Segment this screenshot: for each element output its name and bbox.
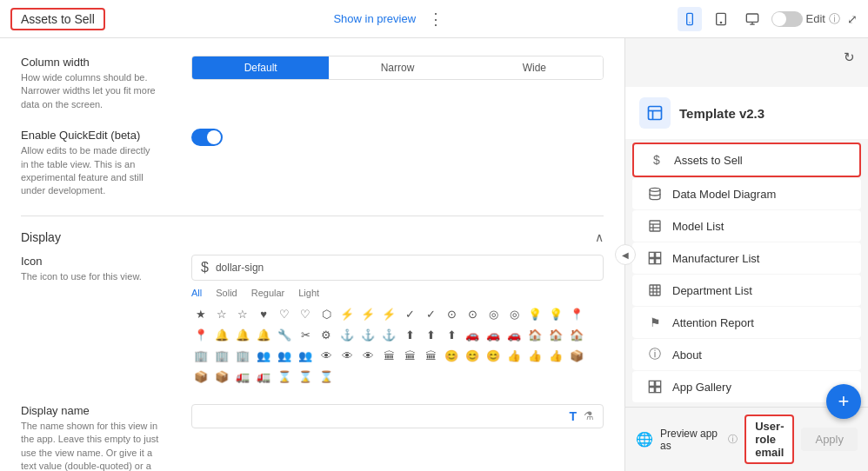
display-name-input[interactable]: [201, 410, 562, 422]
icon-cell[interactable]: ⚓: [337, 326, 357, 345]
sidebar-item-manufacturer[interactable]: Manufacturer List: [632, 242, 861, 274]
icon-cell[interactable]: 🏢: [212, 347, 231, 366]
icon-cell[interactable]: 📍: [191, 326, 210, 345]
preview-email-field[interactable]: User-role email: [744, 415, 794, 464]
col-default-button[interactable]: Default: [192, 56, 329, 79]
column-width-group: Default Narrow Wide: [191, 56, 604, 80]
icon-cell[interactable]: ◎: [504, 305, 524, 324]
icon-cell[interactable]: 👥: [254, 347, 273, 366]
icon-input-wrapper[interactable]: $ dollar-sign: [191, 255, 604, 281]
sidebar-item-data-model[interactable]: Data Model Diagram: [632, 178, 861, 209]
desktop-device-button[interactable]: [740, 7, 765, 31]
more-options-button[interactable]: ⋮: [423, 8, 449, 30]
icon-cell[interactable]: 😊: [484, 347, 503, 366]
quick-edit-toggle[interactable]: [191, 129, 223, 146]
icon-cell[interactable]: 👥: [296, 347, 315, 366]
view-title[interactable]: Assets to Sell: [10, 8, 105, 30]
icon-cell[interactable]: 👁: [317, 347, 336, 366]
sidebar-item-department[interactable]: Department List: [632, 275, 861, 306]
icon-cell[interactable]: 🔔: [254, 326, 273, 345]
icon-cell[interactable]: ⌛: [296, 368, 315, 387]
icon-cell[interactable]: ☆: [212, 305, 231, 324]
icon-cell[interactable]: 🏛: [379, 347, 398, 366]
icon-cell[interactable]: ⚓: [379, 326, 398, 345]
add-fab-button[interactable]: +: [826, 384, 861, 419]
tablet-device-button[interactable]: [709, 7, 733, 31]
icon-cell[interactable]: ♥: [254, 305, 273, 324]
refresh-icon[interactable]: ↻: [837, 45, 861, 70]
sidebar-item-model-list[interactable]: Model List: [632, 210, 861, 242]
formula-icon[interactable]: ⚗: [584, 409, 594, 422]
icon-cell[interactable]: ★: [191, 305, 210, 324]
icon-cell[interactable]: ⬆: [421, 326, 440, 345]
icon-cell[interactable]: ⚓: [358, 326, 377, 345]
sidebar-item-attention[interactable]: ⚑ Attention Report: [632, 307, 861, 338]
sidebar-item-about[interactable]: ⓘ About: [632, 339, 861, 370]
icon-cell[interactable]: ⌛: [317, 368, 336, 387]
icon-cell[interactable]: ♡: [296, 305, 315, 324]
icon-cell[interactable]: 👍: [525, 347, 544, 366]
open-in-new-icon[interactable]: ⤢: [847, 12, 858, 26]
icon-cell[interactable]: ◎: [484, 305, 503, 324]
icon-cell[interactable]: 📍: [567, 305, 586, 324]
icon-cell[interactable]: ⊙: [463, 305, 482, 324]
display-name-input-row[interactable]: T ⚗: [191, 404, 604, 428]
icon-cell[interactable]: 🚛: [233, 368, 252, 387]
filter-light[interactable]: Light: [298, 288, 319, 298]
apply-button[interactable]: Apply: [801, 428, 858, 451]
icon-cell[interactable]: 🔔: [233, 326, 252, 345]
display-chevron-icon[interactable]: ∧: [595, 230, 604, 244]
icon-cell[interactable]: 😊: [442, 347, 461, 366]
icon-cell[interactable]: 😊: [463, 347, 482, 366]
icon-cell[interactable]: 🚗: [504, 326, 524, 345]
icon-cell[interactable]: 👁: [358, 347, 377, 366]
icon-cell[interactable]: 🏠: [525, 326, 544, 345]
filter-solid[interactable]: Solid: [216, 288, 237, 298]
panel-expand-arrow[interactable]: ◀: [615, 244, 636, 265]
icon-cell[interactable]: ✂: [296, 326, 315, 345]
filter-all[interactable]: All: [191, 288, 202, 298]
display-name-setting: Display name The name shown for this vie…: [21, 404, 604, 471]
icon-cell[interactable]: ♡: [275, 305, 294, 324]
icon-cell[interactable]: 🔧: [275, 326, 294, 345]
icon-cell[interactable]: 📦: [191, 368, 210, 387]
icon-cell[interactable]: 👍: [504, 347, 524, 366]
col-narrow-button[interactable]: Narrow: [329, 56, 465, 79]
filter-regular[interactable]: Regular: [251, 288, 285, 298]
text-format-icon[interactable]: T: [569, 409, 577, 423]
icon-cell[interactable]: 💡: [525, 305, 544, 324]
icon-cell[interactable]: 🏠: [546, 326, 565, 345]
icon-cell[interactable]: 🏢: [233, 347, 252, 366]
icon-cell[interactable]: 👥: [275, 347, 294, 366]
icon-cell[interactable]: ⬡: [317, 305, 336, 324]
icon-cell[interactable]: 🏛: [400, 347, 419, 366]
icon-cell[interactable]: ☆: [233, 305, 252, 324]
icon-cell[interactable]: ⚡: [358, 305, 377, 324]
icon-cell[interactable]: ✓: [400, 305, 419, 324]
sidebar-item-assets-to-sell[interactable]: $ Assets to Sell: [632, 143, 861, 177]
icon-cell[interactable]: ⚡: [379, 305, 398, 324]
mobile-device-button[interactable]: [678, 7, 702, 31]
show-in-preview-link[interactable]: Show in preview: [333, 12, 416, 25]
col-wide-button[interactable]: Wide: [466, 56, 603, 79]
icon-cell[interactable]: 📦: [567, 347, 586, 366]
icon-cell[interactable]: ⚙: [317, 326, 336, 345]
icon-cell[interactable]: 💡: [546, 305, 565, 324]
icon-cell[interactable]: 🚗: [484, 326, 503, 345]
icon-cell[interactable]: 📦: [212, 368, 231, 387]
icon-cell[interactable]: 🚛: [254, 368, 273, 387]
edit-toggle[interactable]: [771, 11, 803, 27]
icon-cell[interactable]: 🏠: [567, 326, 586, 345]
icon-cell[interactable]: ⬆: [400, 326, 419, 345]
icon-cell[interactable]: 🚗: [463, 326, 482, 345]
icon-cell[interactable]: 🏛: [421, 347, 440, 366]
icon-cell[interactable]: 👁: [337, 347, 357, 366]
icon-cell[interactable]: ⌛: [275, 368, 294, 387]
icon-cell[interactable]: ⚡: [337, 305, 357, 324]
icon-cell[interactable]: ⬆: [442, 326, 461, 345]
icon-cell[interactable]: 👍: [546, 347, 565, 366]
icon-cell[interactable]: ⊙: [442, 305, 461, 324]
icon-cell[interactable]: 🏢: [191, 347, 210, 366]
icon-cell[interactable]: 🔔: [212, 326, 231, 345]
icon-cell[interactable]: ✓: [421, 305, 440, 324]
